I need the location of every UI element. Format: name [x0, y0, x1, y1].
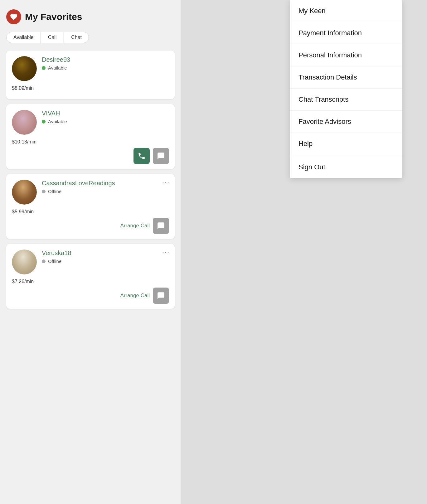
avatar-cassandra: [12, 180, 37, 205]
heart-icon: [6, 9, 21, 24]
advisor-status-label-cassandra: Offline: [48, 189, 61, 194]
advisor-info-desiree: Desiree93 Available: [42, 56, 169, 70]
avatar-vivah: [12, 110, 37, 135]
advisor-name-vivah[interactable]: VIVAH: [42, 110, 169, 117]
dropdown-item-help[interactable]: Help: [290, 133, 402, 155]
dropdown-item-favorite-advisors[interactable]: Favorite Advisors: [290, 111, 402, 133]
advisor-status-cassandra: Offline: [42, 189, 169, 194]
advisor-status-label-vivah: Available: [48, 119, 67, 124]
chat-button-cassandra[interactable]: [153, 218, 169, 234]
advisor-status-label-desiree: Available: [48, 65, 67, 70]
dropdown-overlay: My Keen Payment Information Personal Inf…: [181, 0, 427, 504]
filter-chat-btn[interactable]: Chat: [64, 32, 89, 43]
card-actions-veruska: Arrange Call: [12, 288, 169, 304]
advisor-status-desiree: Available: [42, 65, 169, 70]
filter-available-btn[interactable]: Available: [6, 32, 41, 43]
chat-button-veruska[interactable]: [153, 288, 169, 304]
advisor-card-vivah: VIVAH Available $10.13/min: [6, 104, 175, 169]
more-menu-cassandra[interactable]: ···: [162, 179, 170, 186]
dropdown-item-chat-transcripts[interactable]: Chat Transcripts: [290, 89, 402, 111]
card-actions-vivah: [12, 148, 169, 164]
status-dot-vivah: [42, 120, 46, 124]
advisor-status-veruska: Offline: [42, 259, 169, 264]
filter-call-btn[interactable]: Call: [41, 32, 64, 43]
dropdown-menu: My Keen Payment Information Personal Inf…: [290, 0, 402, 178]
avatar-desiree: [12, 56, 37, 81]
advisor-card-cassandra: CassandrasLoveReadings Offline ··· $5.99…: [6, 174, 175, 239]
dropdown-item-payment-info[interactable]: Payment Information: [290, 22, 402, 44]
advisor-name-veruska[interactable]: Veruska18: [42, 250, 169, 257]
dropdown-item-sign-out[interactable]: Sign Out: [290, 156, 402, 178]
advisor-status-vivah: Available: [42, 119, 169, 124]
status-dot-veruska: [42, 259, 46, 263]
filter-tabs: Available Call Chat: [6, 32, 175, 43]
advisor-price-veruska: $7.26/min: [12, 279, 169, 284]
arrange-call-cassandra[interactable]: Arrange Call: [120, 223, 150, 229]
advisor-price-desiree: $8.09/min: [12, 85, 169, 91]
arrange-call-veruska[interactable]: Arrange Call: [120, 293, 150, 299]
advisor-info-vivah: VIVAH Available: [42, 110, 169, 124]
dropdown-item-my-keen[interactable]: My Keen: [290, 0, 402, 22]
avatar-veruska: [12, 250, 37, 274]
chat-button-vivah[interactable]: [153, 148, 169, 164]
card-actions-cassandra: Arrange Call: [12, 218, 169, 234]
advisor-name-desiree[interactable]: Desiree93: [42, 56, 169, 63]
advisor-info-veruska: Veruska18 Offline: [42, 250, 169, 264]
page-header: My Favorites: [6, 9, 175, 24]
advisor-price-vivah: $10.13/min: [12, 139, 169, 145]
status-dot-cassandra: [42, 190, 46, 193]
advisor-card-veruska: Veruska18 Offline ··· $7.26/min Arrange …: [6, 244, 175, 309]
page-title: My Favorites: [25, 12, 82, 22]
dropdown-item-transaction-details[interactable]: Transaction Details: [290, 66, 402, 89]
dropdown-item-personal-info[interactable]: Personal Information: [290, 44, 402, 66]
advisor-info-cassandra: CassandrasLoveReadings Offline: [42, 180, 169, 194]
more-menu-veruska[interactable]: ···: [162, 249, 170, 256]
advisor-card-desiree: Desiree93 Available $8.09/min: [6, 51, 175, 99]
advisor-price-cassandra: $5.99/min: [12, 209, 169, 215]
call-button-vivah[interactable]: [133, 148, 150, 164]
advisor-name-cassandra[interactable]: CassandrasLoveReadings: [42, 180, 169, 187]
status-dot-desiree: [42, 66, 46, 70]
advisor-status-label-veruska: Offline: [48, 259, 61, 264]
